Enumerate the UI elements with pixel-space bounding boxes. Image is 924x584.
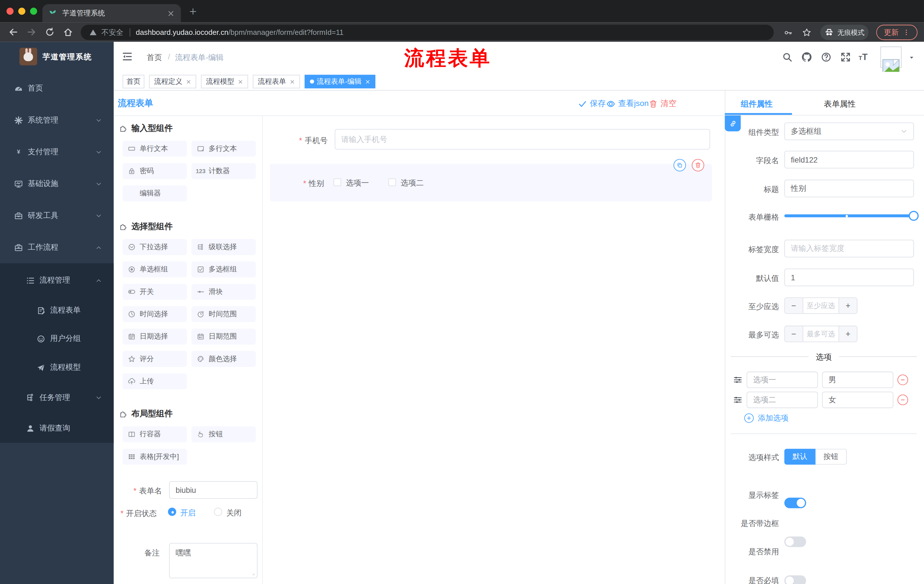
sidebar-item-首页[interactable]: 首页 (0, 74, 114, 103)
max-select-input[interactable]: 最多可选 (802, 326, 839, 342)
component-chip-下拉选择[interactable]: 下拉选择 (123, 239, 187, 255)
component-chip-颜色选择[interactable]: 颜色选择 (191, 351, 256, 367)
component-chip-计数器[interactable]: 123计数器 (191, 163, 256, 179)
component-chip-密码[interactable]: 密码 (123, 163, 187, 179)
component-chip-滑块[interactable]: 滑块 (191, 284, 256, 300)
tag-首页[interactable]: 首页 (123, 75, 144, 88)
component-chip-单选框组[interactable]: 单选框组 (123, 262, 187, 277)
browser-menu-icon[interactable] (903, 28, 910, 36)
title-input[interactable]: 性别 (784, 180, 914, 197)
drag-handle-icon[interactable] (733, 375, 742, 385)
sidebar-item-基础设施[interactable]: 基础设施 (0, 169, 114, 199)
bookmark-star-icon[interactable] (802, 28, 811, 37)
copy-component-button[interactable] (673, 159, 686, 171)
delete-component-button[interactable] (692, 159, 704, 171)
clear-button[interactable]: 清空 (649, 98, 676, 109)
sidebar-item-用户分组[interactable]: 用户分组 (0, 324, 114, 354)
github-icon[interactable] (801, 52, 812, 62)
close-icon[interactable] (185, 79, 191, 85)
component-chip-时间选择[interactable]: 时间选择 (123, 306, 187, 322)
sidebar-item-支付管理[interactable]: ¥支付管理 (0, 137, 114, 166)
min-select-input[interactable]: 至少应选 (802, 298, 839, 313)
stepper-plus-button[interactable]: + (839, 298, 857, 313)
avatar[interactable] (880, 46, 901, 68)
window-minimize-button[interactable] (18, 8, 25, 15)
remove-option-button[interactable] (898, 375, 908, 385)
phone-input[interactable]: 请输入手机号 (335, 129, 710, 150)
user-menu-caret-icon[interactable] (908, 55, 915, 61)
form-grid-slider[interactable] (784, 214, 914, 217)
home-button[interactable] (63, 27, 73, 37)
window-close-button[interactable] (7, 8, 14, 15)
toggle-是否带边框[interactable] (784, 536, 806, 547)
option-name-input[interactable]: 选项二 (747, 392, 818, 408)
component-chip-开关[interactable]: 开关 (123, 284, 187, 300)
sidebar-item-工作流程[interactable]: 工作流程 (0, 233, 114, 262)
sidebar-item-请假查询[interactable]: 请假查询 (0, 413, 114, 443)
form-name-input[interactable]: biubiu (169, 481, 257, 499)
close-icon[interactable] (237, 79, 243, 85)
toggle-显示标签[interactable] (784, 498, 806, 508)
sidebar-item-系统管理[interactable]: 系统管理 (0, 105, 114, 135)
gender-option2-checkbox[interactable] (388, 179, 396, 186)
search-icon[interactable] (782, 52, 792, 62)
component-chip-日期范围[interactable]: 日期范围 (191, 329, 256, 345)
component-type-select[interactable]: 多选框组 (784, 123, 914, 140)
stepper-minus-button[interactable]: − (785, 298, 803, 313)
component-chip-行容器[interactable]: 行容器 (123, 426, 187, 442)
component-chip-多选框组[interactable]: 多选框组 (191, 262, 256, 277)
sidebar-item-研发工具[interactable]: 研发工具 (0, 201, 114, 230)
component-chip-单行文本[interactable]: 单行文本 (123, 141, 187, 157)
component-chip-多行文本[interactable]: 多行文本 (191, 141, 256, 157)
style-default-button[interactable]: 默认 (784, 449, 815, 465)
remark-textarea[interactable]: 嘿嘿 (169, 543, 257, 578)
breadcrumb-home[interactable]: 首页 (147, 52, 162, 63)
new-tab-button[interactable] (189, 7, 198, 16)
min-select-stepper[interactable]: − 至少应选 + (784, 298, 857, 314)
view-json-button[interactable]: 查看json (606, 98, 649, 109)
help-icon[interactable] (821, 52, 832, 62)
component-chip-按钮[interactable]: 按钮 (191, 426, 256, 442)
component-chip-级联选择[interactable]: 级联选择 (191, 239, 256, 255)
password-key-icon[interactable] (784, 28, 792, 37)
status-on-label[interactable]: 开启 (180, 508, 196, 518)
close-icon[interactable] (167, 9, 175, 17)
tab-component-props[interactable]: 组件属性 (741, 99, 772, 109)
tag-流程表单[interactable]: 流程表单 (253, 75, 300, 88)
option-name-input[interactable]: 选项一 (747, 372, 818, 388)
drag-handle-icon[interactable] (733, 395, 742, 405)
component-chip-日期选择[interactable]: 日期选择 (123, 329, 187, 345)
status-off-label[interactable]: 关闭 (226, 508, 242, 518)
toggle-是否禁用[interactable] (784, 576, 806, 584)
gender-option1-label[interactable]: 选项一 (346, 178, 369, 188)
component-chip-时间范围[interactable]: 时间范围 (191, 306, 256, 322)
close-icon[interactable] (365, 79, 371, 85)
status-on-radio[interactable] (168, 508, 176, 516)
sidebar-item-流程表单[interactable]: 流程表单 (0, 296, 114, 325)
sidebar-item-流程管理[interactable]: 流程管理 (0, 266, 114, 295)
style-button-button[interactable]: 按钮 (816, 449, 847, 465)
label-width-input[interactable]: 请输入标签宽度 (784, 240, 914, 257)
gender-option1-checkbox[interactable] (333, 179, 342, 186)
default-value-input[interactable]: 1 (784, 268, 914, 286)
reload-button[interactable] (45, 27, 55, 37)
component-chip-编辑器[interactable]: 编辑器 (123, 186, 187, 201)
field-name-input[interactable]: field122 (784, 151, 914, 169)
component-chip-表格[开发中][interactable]: 表格[开发中] (123, 449, 187, 465)
resize-handle-icon[interactable] (251, 571, 255, 576)
tag-流程模型[interactable]: 流程模型 (201, 75, 248, 88)
component-chip-上传[interactable]: 上传 (123, 373, 187, 390)
max-select-stepper[interactable]: − 最多可选 + (784, 326, 857, 342)
address-bar[interactable]: 不安全 dashboard.yudao.iocoder.cn/bpm/manag… (81, 25, 774, 40)
browser-update-button[interactable]: 更新 (876, 25, 917, 40)
fullscreen-icon[interactable] (840, 52, 851, 62)
slider-handle[interactable] (909, 211, 919, 221)
stepper-minus-button[interactable]: − (785, 326, 803, 342)
sidebar-collapse-button[interactable] (122, 51, 133, 62)
tab-form-props[interactable]: 表单属性 (824, 99, 856, 109)
remove-option-button[interactable] (898, 395, 908, 405)
option-value-input[interactable]: 女 (822, 392, 893, 408)
add-option-button[interactable]: 添加选项 (744, 413, 789, 423)
sidebar-item-流程模型[interactable]: 流程模型 (0, 353, 114, 382)
component-chip-评分[interactable]: 评分 (123, 351, 187, 367)
